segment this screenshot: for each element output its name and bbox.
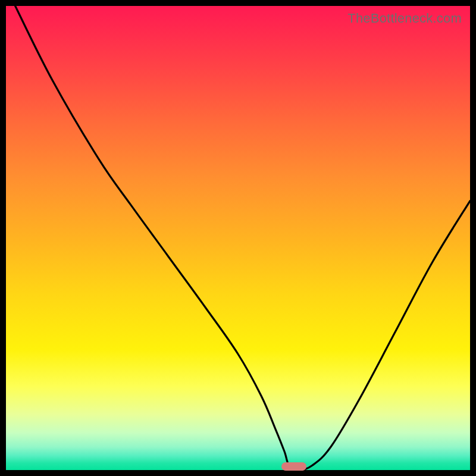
optimum-marker [281,462,306,471]
chart-frame: TheBottleneck.com [0,0,476,476]
curve-layer [6,6,470,470]
plot-area: TheBottleneck.com [6,6,470,470]
watermark-text: TheBottleneck.com [347,11,462,26]
bottleneck-curve-path [15,6,470,470]
